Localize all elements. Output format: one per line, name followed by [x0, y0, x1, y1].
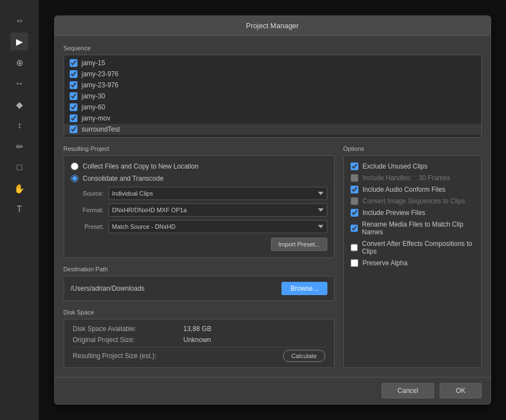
- path-text: /Users/adrian/Downloads: [71, 285, 277, 292]
- option-checkbox: [351, 197, 358, 205]
- import-preset-button[interactable]: Import Preset...: [271, 238, 327, 251]
- option-checkbox: [351, 174, 358, 182]
- sequence-checkbox[interactable]: [70, 114, 77, 122]
- disk-available-label: Disk Space Available:: [73, 325, 184, 333]
- toolbar: ⇔ ▶ ⊕ ↔ ◆ ↕ ✏ □ ✋ T: [0, 0, 39, 420]
- option-row: Include Audio Conform Files: [351, 186, 474, 193]
- preset-select[interactable]: Match Source - DNxHD: [108, 220, 327, 233]
- sequence-checkbox[interactable]: [70, 81, 77, 89]
- option-checkbox[interactable]: [351, 186, 358, 193]
- disk-available-row: Disk Space Available: 13,88 GB: [73, 325, 325, 333]
- option-checkbox[interactable]: [351, 259, 358, 267]
- sequence-item[interactable]: jamy-23-976: [64, 69, 481, 80]
- ripple-tool-button[interactable]: ↔: [11, 75, 28, 92]
- sequence-name: jamy-23-976: [82, 81, 119, 89]
- resulting-project-section: Resulting Project Collect Files and Copy…: [64, 145, 335, 258]
- original-size-label: Original Project Size:: [73, 336, 184, 344]
- option-label: Convert Image Sequences to Clips: [363, 197, 465, 205]
- preset-label: Preset:: [71, 223, 104, 230]
- expand-arrows-icon: ⇔: [17, 17, 23, 25]
- consolidate-label: Consolidate and Transcode: [83, 175, 164, 182]
- disk-space-label: Disk Space: [64, 309, 335, 316]
- option-label: Rename Media Files to Match Clip Names: [362, 221, 474, 236]
- options-panel: Exclude Unused ClipsInclude Handles:30 F…: [343, 155, 482, 368]
- type-tool-button[interactable]: T: [11, 201, 28, 218]
- main-content: Resulting Project Collect Files and Copy…: [64, 145, 482, 368]
- option-label: Preserve Alpha: [363, 259, 408, 267]
- razor-tool-button[interactable]: ◆: [11, 96, 28, 113]
- consolidate-radio[interactable]: [71, 175, 79, 182]
- option-label: Include Handles:: [363, 174, 412, 182]
- destination-path-panel: /Users/adrian/Downloads Browse...: [64, 276, 335, 301]
- original-size-value: Unknown: [184, 336, 211, 344]
- source-select[interactable]: Individual Clips: [108, 187, 327, 200]
- pen-tool-button[interactable]: ✏: [11, 138, 28, 155]
- sequence-checkbox[interactable]: [70, 92, 77, 100]
- dialog-footer: Cancel OK: [55, 377, 491, 404]
- slip-tool-button[interactable]: ↕: [11, 117, 28, 134]
- option-checkbox[interactable]: [351, 244, 358, 251]
- sequence-checkbox[interactable]: [70, 103, 77, 111]
- dialog-overlay: Project Manager Sequence jamy-15jamy-23-…: [39, 0, 506, 420]
- format-label: Format:: [71, 207, 104, 213]
- sequence-name: jamy-30: [82, 92, 106, 100]
- collect-files-radio[interactable]: [71, 162, 79, 170]
- sequence-list[interactable]: jamy-15jamy-23-976jamy-23-976jamy-30jamy…: [64, 55, 482, 138]
- sequence-section: Sequence jamy-15jamy-23-976jamy-23-976ja…: [64, 45, 482, 138]
- option-label: Exclude Unused Clips: [363, 162, 427, 170]
- rect-tool-button[interactable]: □: [11, 159, 28, 176]
- project-manager-dialog: Project Manager Sequence jamy-15jamy-23-…: [54, 15, 491, 405]
- browse-button[interactable]: Browse...: [281, 282, 327, 295]
- calculate-button[interactable]: Calculate: [283, 350, 325, 362]
- sequence-checkbox[interactable]: [70, 70, 77, 78]
- option-label: Convert After Effects Compositions to Cl…: [362, 240, 474, 255]
- format-select[interactable]: DNxHR/DNxHD MXF OP1a: [108, 203, 327, 217]
- consolidate-row: Consolidate and Transcode: [71, 175, 327, 182]
- dialog-body: Sequence jamy-15jamy-23-976jamy-23-976ja…: [55, 36, 491, 377]
- collect-files-label: Collect Files and Copy to New Location: [83, 162, 199, 170]
- preset-row: Preset: Match Source - DNxHD: [71, 220, 327, 233]
- sequence-name: jamy-mov: [82, 114, 111, 122]
- select-tool-button[interactable]: ▶: [11, 33, 28, 50]
- option-checkbox[interactable]: [351, 209, 358, 217]
- option-row: Include Preview Files: [351, 209, 474, 217]
- destination-label: Destination Path: [64, 266, 335, 272]
- sequence-checkbox[interactable]: [70, 125, 77, 133]
- source-row: Source: Individual Clips: [71, 187, 327, 200]
- source-label: Source:: [71, 190, 104, 197]
- hand-tool-button[interactable]: ✋: [11, 180, 28, 197]
- sequence-item[interactable]: jamy-30: [64, 91, 481, 102]
- option-checkbox[interactable]: [351, 162, 358, 170]
- option-label: Include Audio Conform Files: [363, 186, 446, 193]
- resulting-size-label: Resulting Project Size (est.):: [73, 352, 283, 360]
- disk-space-section: Disk Space Disk Space Available: 13,88 G…: [64, 309, 335, 368]
- disk-available-value: 13,88 GB: [184, 325, 212, 333]
- sequence-name: jamy-60: [82, 103, 106, 111]
- option-checkbox[interactable]: [351, 224, 358, 232]
- ok-button[interactable]: OK: [440, 383, 481, 398]
- resulting-project-panel: Collect Files and Copy to New Location C…: [64, 155, 335, 258]
- resulting-project-label: Resulting Project: [64, 145, 335, 152]
- option-row: Convert After Effects Compositions to Cl…: [351, 240, 474, 255]
- original-size-row: Original Project Size: Unknown: [73, 336, 325, 344]
- sequence-item[interactable]: jamy-23-976: [64, 80, 481, 91]
- sequence-item[interactable]: jamy-60: [64, 102, 481, 113]
- track-select-tool-button[interactable]: ⊕: [11, 54, 28, 71]
- sequence-item[interactable]: jamy-15: [64, 57, 481, 69]
- sequence-checkbox[interactable]: [70, 59, 77, 67]
- disk-space-panel: Disk Space Available: 13,88 GB Original …: [64, 319, 335, 368]
- option-row: Preserve Alpha: [351, 259, 474, 267]
- option-row: Convert Image Sequences to Clips: [351, 197, 474, 205]
- dialog-title: Project Manager: [55, 16, 491, 36]
- destination-path-section: Destination Path /Users/adrian/Downloads…: [64, 266, 335, 301]
- sequence-label: Sequence: [64, 45, 482, 51]
- sequence-name: jamy-15: [82, 59, 106, 67]
- cancel-button[interactable]: Cancel: [382, 383, 434, 398]
- option-extra: 30 Frames: [419, 174, 450, 182]
- option-row: Exclude Unused Clips: [351, 162, 474, 170]
- sequence-item[interactable]: jamy-mov: [64, 113, 481, 124]
- resulting-size-row: Resulting Project Size (est.): Calculate: [73, 347, 325, 362]
- option-row: Rename Media Files to Match Clip Names: [351, 221, 474, 236]
- collect-files-row: Collect Files and Copy to New Location: [71, 162, 327, 170]
- sequence-item[interactable]: surroundTest: [64, 124, 481, 135]
